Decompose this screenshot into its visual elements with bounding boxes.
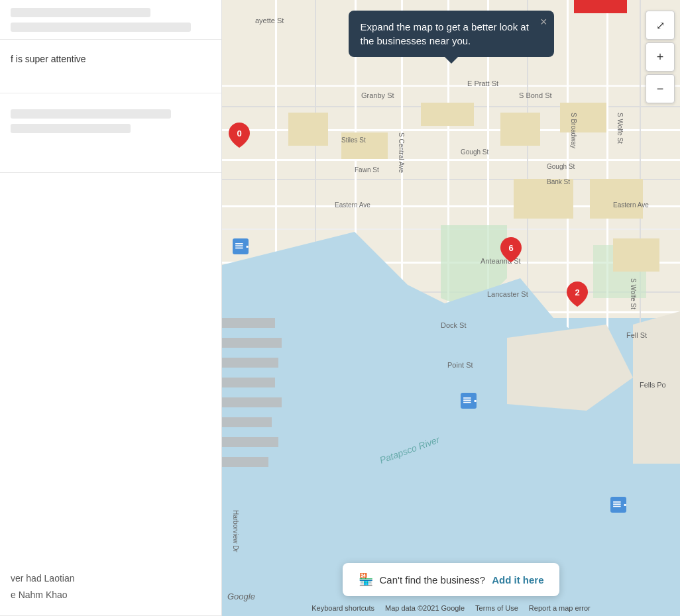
svg-rect-24	[288, 113, 328, 146]
svg-rect-27	[500, 113, 540, 146]
svg-text:Bank St: Bank St	[547, 178, 570, 185]
close-icon[interactable]: ×	[540, 16, 547, 28]
review-text-1: f is super attentive	[11, 53, 211, 66]
svg-text:S Wolfe St: S Wolfe St	[616, 113, 624, 144]
blue-marker-3[interactable]	[610, 497, 626, 513]
svg-text:Granby St: Granby St	[361, 91, 394, 99]
svg-text:S Bond St: S Bond St	[519, 91, 552, 99]
svg-rect-81	[613, 501, 621, 503]
review-card-1: f is super attentive	[0, 40, 221, 93]
marker-6[interactable]: 6	[500, 237, 522, 262]
svg-text:Dock St: Dock St	[441, 321, 467, 329]
keyboard-shortcuts-link[interactable]: Keyboard shortcuts	[312, 604, 374, 612]
svg-text:6: 6	[508, 243, 513, 253]
svg-rect-40	[222, 417, 272, 427]
map-attribution: Keyboard shortcuts Map data ©2021 Google…	[222, 604, 680, 612]
map-controls: ⤢ + −	[646, 11, 675, 103]
svg-rect-35	[222, 318, 275, 328]
svg-text:Lancaster St: Lancaster St	[487, 290, 528, 298]
svg-rect-74	[235, 248, 243, 249]
blue-marker-2[interactable]	[461, 393, 477, 409]
terms-of-use-link[interactable]: Terms of Use	[475, 604, 518, 612]
tooltip-text: Expand the map to get a better look at t…	[361, 21, 529, 46]
add-it-here-link[interactable]: Add it here	[492, 574, 543, 586]
svg-text:E Pratt St: E Pratt St	[467, 79, 498, 87]
svg-rect-42	[222, 457, 268, 467]
svg-text:Fell St: Fell St	[626, 331, 647, 339]
svg-text:S Wolfe St: S Wolfe St	[630, 278, 637, 309]
card-3	[0, 93, 221, 173]
svg-text:2: 2	[575, 287, 579, 297]
svg-rect-73	[235, 243, 243, 244]
svg-rect-82	[613, 506, 621, 507]
svg-text:Stiles St: Stiles St	[341, 136, 366, 144]
cant-find-text: Can't find the business?	[380, 574, 486, 586]
svg-text:Point St: Point St	[447, 361, 473, 369]
card-line-1	[11, 8, 150, 17]
svg-text:Fells Po: Fells Po	[640, 381, 666, 389]
svg-rect-28	[560, 103, 606, 132]
svg-text:Eastern Ave: Eastern Ave	[335, 201, 370, 209]
svg-rect-41	[222, 437, 278, 447]
svg-text:Gough St: Gough St	[547, 163, 575, 170]
left-panel: f is super attentive ver had Laotian e N…	[0, 0, 222, 616]
blue-marker-1[interactable]	[233, 238, 249, 254]
map-tooltip: × Expand the map to get a better look at…	[349, 11, 554, 57]
card-line-3	[11, 109, 171, 119]
svg-text:Eastern Ave: Eastern Ave	[613, 201, 649, 209]
svg-rect-2	[222, 85, 680, 87]
card-line-2	[11, 23, 191, 32]
map-data-text: Map data ©2021 Google	[385, 604, 465, 612]
svg-rect-78	[463, 402, 471, 403]
svg-rect-30	[590, 179, 643, 219]
svg-rect-38	[222, 378, 275, 387]
expand-icon: ⤢	[656, 19, 665, 32]
svg-rect-31	[613, 238, 659, 272]
svg-rect-5	[222, 159, 680, 161]
marker-0[interactable]: 0	[229, 123, 250, 148]
review-text-2b: e Nahm Khao	[11, 588, 211, 602]
svg-rect-36	[222, 338, 282, 348]
plus-icon: +	[657, 50, 664, 64]
store-icon: 🏪	[359, 572, 373, 587]
svg-rect-37	[222, 358, 278, 368]
marker-2[interactable]: 2	[567, 282, 588, 307]
svg-rect-76	[463, 399, 471, 401]
svg-text:Harborview Dr: Harborview Dr	[232, 510, 239, 553]
google-logo: Google	[227, 591, 255, 601]
card-top-1	[0, 0, 221, 40]
map-container[interactable]: ayette St E Pratt St Granby St S Bond St…	[222, 0, 680, 616]
svg-text:Gough St: Gough St	[461, 148, 488, 156]
svg-rect-80	[613, 503, 621, 505]
map-background: ayette St E Pratt St Granby St S Bond St…	[222, 0, 680, 616]
svg-rect-77	[463, 397, 471, 399]
red-banner	[574, 0, 627, 13]
review-card-2: ver had Laotian e Nahm Khao	[0, 436, 221, 616]
svg-text:S Central Ave: S Central Ave	[398, 132, 405, 173]
expand-map-button[interactable]: ⤢	[646, 11, 675, 40]
review-text-2a: ver had Laotian	[11, 572, 211, 586]
svg-text:0: 0	[237, 128, 241, 138]
svg-text:Fawn St: Fawn St	[355, 166, 379, 174]
svg-rect-72	[235, 245, 243, 246]
minus-icon: −	[657, 82, 664, 96]
card-line-4	[11, 124, 131, 133]
zoom-in-button[interactable]: +	[646, 42, 675, 72]
svg-text:ayette St: ayette St	[255, 17, 284, 25]
svg-rect-39	[222, 397, 282, 407]
zoom-out-button[interactable]: −	[646, 74, 675, 103]
svg-rect-26	[421, 103, 474, 126]
bottom-bar: 🏪 Can't find the business? Add it here	[343, 563, 560, 596]
report-error-link[interactable]: Report a map error	[529, 604, 591, 612]
svg-text:S Broadway: S Broadway	[570, 113, 577, 148]
